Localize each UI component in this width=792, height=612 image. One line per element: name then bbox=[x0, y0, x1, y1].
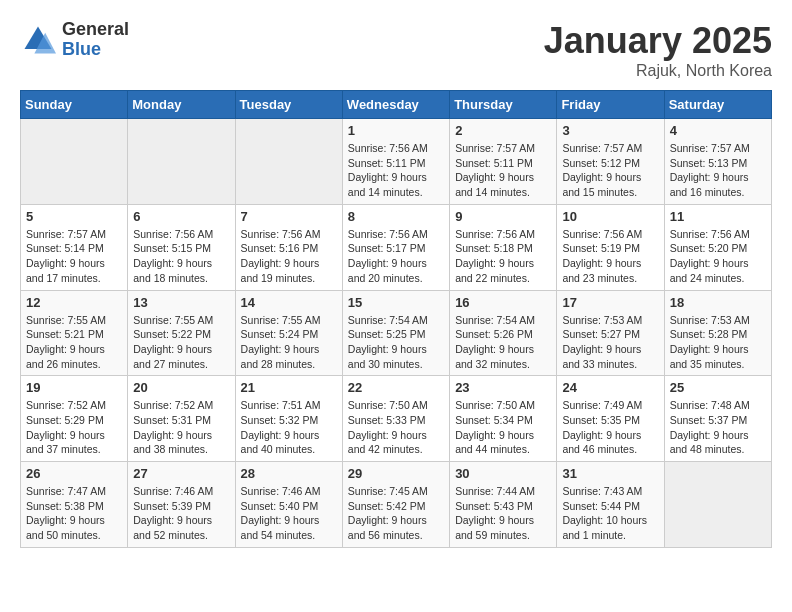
calendar-header: SundayMondayTuesdayWednesdayThursdayFrid… bbox=[21, 91, 772, 119]
logo-icon bbox=[20, 22, 56, 58]
day-number: 2 bbox=[455, 123, 551, 138]
day-number: 4 bbox=[670, 123, 766, 138]
cell-content: Sunrise: 7:56 AMSunset: 5:16 PMDaylight:… bbox=[241, 227, 337, 286]
day-cell: 30Sunrise: 7:44 AMSunset: 5:43 PMDayligh… bbox=[450, 462, 557, 548]
day-cell: 14Sunrise: 7:55 AMSunset: 5:24 PMDayligh… bbox=[235, 290, 342, 376]
logo-text: General Blue bbox=[62, 20, 129, 60]
day-number: 3 bbox=[562, 123, 658, 138]
week-row-5: 26Sunrise: 7:47 AMSunset: 5:38 PMDayligh… bbox=[21, 462, 772, 548]
day-number: 11 bbox=[670, 209, 766, 224]
header-row: SundayMondayTuesdayWednesdayThursdayFrid… bbox=[21, 91, 772, 119]
day-number: 16 bbox=[455, 295, 551, 310]
day-cell: 24Sunrise: 7:49 AMSunset: 5:35 PMDayligh… bbox=[557, 376, 664, 462]
calendar-body: 1Sunrise: 7:56 AMSunset: 5:11 PMDaylight… bbox=[21, 119, 772, 548]
day-cell: 21Sunrise: 7:51 AMSunset: 5:32 PMDayligh… bbox=[235, 376, 342, 462]
day-cell: 6Sunrise: 7:56 AMSunset: 5:15 PMDaylight… bbox=[128, 204, 235, 290]
day-cell: 23Sunrise: 7:50 AMSunset: 5:34 PMDayligh… bbox=[450, 376, 557, 462]
day-number: 12 bbox=[26, 295, 122, 310]
day-cell bbox=[128, 119, 235, 205]
day-cell: 27Sunrise: 7:46 AMSunset: 5:39 PMDayligh… bbox=[128, 462, 235, 548]
day-cell: 10Sunrise: 7:56 AMSunset: 5:19 PMDayligh… bbox=[557, 204, 664, 290]
header-cell-monday: Monday bbox=[128, 91, 235, 119]
cell-content: Sunrise: 7:56 AMSunset: 5:18 PMDaylight:… bbox=[455, 227, 551, 286]
day-cell: 11Sunrise: 7:56 AMSunset: 5:20 PMDayligh… bbox=[664, 204, 771, 290]
cell-content: Sunrise: 7:56 AMSunset: 5:15 PMDaylight:… bbox=[133, 227, 229, 286]
day-number: 18 bbox=[670, 295, 766, 310]
day-cell: 25Sunrise: 7:48 AMSunset: 5:37 PMDayligh… bbox=[664, 376, 771, 462]
logo-blue: Blue bbox=[62, 40, 129, 60]
header-cell-thursday: Thursday bbox=[450, 91, 557, 119]
header: General Blue January 2025 Rajuk, North K… bbox=[20, 20, 772, 80]
day-cell: 28Sunrise: 7:46 AMSunset: 5:40 PMDayligh… bbox=[235, 462, 342, 548]
cell-content: Sunrise: 7:46 AMSunset: 5:40 PMDaylight:… bbox=[241, 484, 337, 543]
cell-content: Sunrise: 7:55 AMSunset: 5:24 PMDaylight:… bbox=[241, 313, 337, 372]
title-area: January 2025 Rajuk, North Korea bbox=[544, 20, 772, 80]
cell-content: Sunrise: 7:53 AMSunset: 5:27 PMDaylight:… bbox=[562, 313, 658, 372]
header-cell-tuesday: Tuesday bbox=[235, 91, 342, 119]
day-cell bbox=[21, 119, 128, 205]
week-row-3: 12Sunrise: 7:55 AMSunset: 5:21 PMDayligh… bbox=[21, 290, 772, 376]
day-cell: 1Sunrise: 7:56 AMSunset: 5:11 PMDaylight… bbox=[342, 119, 449, 205]
day-number: 20 bbox=[133, 380, 229, 395]
cell-content: Sunrise: 7:57 AMSunset: 5:13 PMDaylight:… bbox=[670, 141, 766, 200]
cell-content: Sunrise: 7:52 AMSunset: 5:31 PMDaylight:… bbox=[133, 398, 229, 457]
cell-content: Sunrise: 7:47 AMSunset: 5:38 PMDaylight:… bbox=[26, 484, 122, 543]
day-cell: 18Sunrise: 7:53 AMSunset: 5:28 PMDayligh… bbox=[664, 290, 771, 376]
day-number: 27 bbox=[133, 466, 229, 481]
day-number: 15 bbox=[348, 295, 444, 310]
cell-content: Sunrise: 7:45 AMSunset: 5:42 PMDaylight:… bbox=[348, 484, 444, 543]
cell-content: Sunrise: 7:53 AMSunset: 5:28 PMDaylight:… bbox=[670, 313, 766, 372]
day-cell: 13Sunrise: 7:55 AMSunset: 5:22 PMDayligh… bbox=[128, 290, 235, 376]
cell-content: Sunrise: 7:51 AMSunset: 5:32 PMDaylight:… bbox=[241, 398, 337, 457]
day-number: 5 bbox=[26, 209, 122, 224]
day-number: 8 bbox=[348, 209, 444, 224]
week-row-4: 19Sunrise: 7:52 AMSunset: 5:29 PMDayligh… bbox=[21, 376, 772, 462]
day-cell: 29Sunrise: 7:45 AMSunset: 5:42 PMDayligh… bbox=[342, 462, 449, 548]
day-number: 23 bbox=[455, 380, 551, 395]
day-cell: 31Sunrise: 7:43 AMSunset: 5:44 PMDayligh… bbox=[557, 462, 664, 548]
day-cell: 7Sunrise: 7:56 AMSunset: 5:16 PMDaylight… bbox=[235, 204, 342, 290]
sub-title: Rajuk, North Korea bbox=[544, 62, 772, 80]
cell-content: Sunrise: 7:48 AMSunset: 5:37 PMDaylight:… bbox=[670, 398, 766, 457]
cell-content: Sunrise: 7:50 AMSunset: 5:33 PMDaylight:… bbox=[348, 398, 444, 457]
day-number: 26 bbox=[26, 466, 122, 481]
header-cell-sunday: Sunday bbox=[21, 91, 128, 119]
day-number: 9 bbox=[455, 209, 551, 224]
day-cell: 12Sunrise: 7:55 AMSunset: 5:21 PMDayligh… bbox=[21, 290, 128, 376]
day-cell: 22Sunrise: 7:50 AMSunset: 5:33 PMDayligh… bbox=[342, 376, 449, 462]
cell-content: Sunrise: 7:57 AMSunset: 5:11 PMDaylight:… bbox=[455, 141, 551, 200]
day-cell: 3Sunrise: 7:57 AMSunset: 5:12 PMDaylight… bbox=[557, 119, 664, 205]
cell-content: Sunrise: 7:56 AMSunset: 5:11 PMDaylight:… bbox=[348, 141, 444, 200]
header-cell-saturday: Saturday bbox=[664, 91, 771, 119]
cell-content: Sunrise: 7:57 AMSunset: 5:12 PMDaylight:… bbox=[562, 141, 658, 200]
cell-content: Sunrise: 7:46 AMSunset: 5:39 PMDaylight:… bbox=[133, 484, 229, 543]
header-cell-friday: Friday bbox=[557, 91, 664, 119]
day-number: 13 bbox=[133, 295, 229, 310]
day-cell: 2Sunrise: 7:57 AMSunset: 5:11 PMDaylight… bbox=[450, 119, 557, 205]
cell-content: Sunrise: 7:57 AMSunset: 5:14 PMDaylight:… bbox=[26, 227, 122, 286]
logo-general: General bbox=[62, 20, 129, 40]
day-number: 29 bbox=[348, 466, 444, 481]
day-number: 31 bbox=[562, 466, 658, 481]
header-cell-wednesday: Wednesday bbox=[342, 91, 449, 119]
cell-content: Sunrise: 7:54 AMSunset: 5:26 PMDaylight:… bbox=[455, 313, 551, 372]
cell-content: Sunrise: 7:55 AMSunset: 5:21 PMDaylight:… bbox=[26, 313, 122, 372]
cell-content: Sunrise: 7:44 AMSunset: 5:43 PMDaylight:… bbox=[455, 484, 551, 543]
cell-content: Sunrise: 7:56 AMSunset: 5:17 PMDaylight:… bbox=[348, 227, 444, 286]
day-cell: 4Sunrise: 7:57 AMSunset: 5:13 PMDaylight… bbox=[664, 119, 771, 205]
logo: General Blue bbox=[20, 20, 129, 60]
cell-content: Sunrise: 7:55 AMSunset: 5:22 PMDaylight:… bbox=[133, 313, 229, 372]
day-number: 7 bbox=[241, 209, 337, 224]
day-number: 30 bbox=[455, 466, 551, 481]
cell-content: Sunrise: 7:54 AMSunset: 5:25 PMDaylight:… bbox=[348, 313, 444, 372]
cell-content: Sunrise: 7:49 AMSunset: 5:35 PMDaylight:… bbox=[562, 398, 658, 457]
day-number: 28 bbox=[241, 466, 337, 481]
day-cell: 20Sunrise: 7:52 AMSunset: 5:31 PMDayligh… bbox=[128, 376, 235, 462]
cell-content: Sunrise: 7:52 AMSunset: 5:29 PMDaylight:… bbox=[26, 398, 122, 457]
day-cell: 8Sunrise: 7:56 AMSunset: 5:17 PMDaylight… bbox=[342, 204, 449, 290]
day-cell: 19Sunrise: 7:52 AMSunset: 5:29 PMDayligh… bbox=[21, 376, 128, 462]
day-cell: 5Sunrise: 7:57 AMSunset: 5:14 PMDaylight… bbox=[21, 204, 128, 290]
day-number: 10 bbox=[562, 209, 658, 224]
cell-content: Sunrise: 7:50 AMSunset: 5:34 PMDaylight:… bbox=[455, 398, 551, 457]
cell-content: Sunrise: 7:43 AMSunset: 5:44 PMDaylight:… bbox=[562, 484, 658, 543]
